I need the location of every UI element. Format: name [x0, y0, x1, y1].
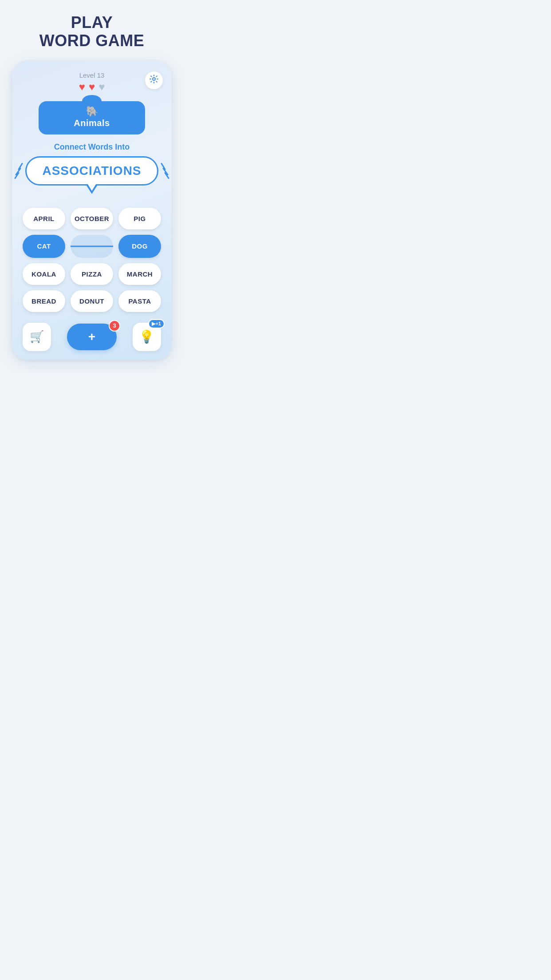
word-grid: APRIL OCTOBER PIG CAT DOG KOALA PIZZA MA…: [21, 208, 163, 312]
hint-icon: 💡: [139, 329, 154, 344]
heart-3: ♥: [98, 81, 105, 93]
hint-button-wrap: 💡 ▶+1: [133, 323, 161, 351]
word-march[interactable]: MARCH: [118, 263, 161, 285]
elephant-icon: 🐘: [86, 106, 98, 117]
word-dog[interactable]: DOG: [118, 235, 161, 258]
phone-frame: Level 13 ♥ ♥ ♥ 🐘 Animals Connect Words I…: [12, 61, 172, 360]
settings-button[interactable]: [145, 71, 163, 89]
add-icon: +: [88, 330, 95, 344]
add-button-wrap: + 3: [67, 324, 117, 350]
level-text: Level 13: [79, 71, 105, 79]
settings-icon: [149, 74, 159, 86]
heart-2: ♥: [89, 81, 95, 93]
bottom-bar: 🛒 + 3 💡 ▶+1: [21, 323, 163, 351]
word-cat[interactable]: CAT: [23, 235, 65, 258]
spark-right-icon: [160, 161, 169, 180]
shop-button[interactable]: 🛒: [23, 323, 51, 351]
category-banner: 🐘 Animals: [39, 101, 145, 134]
page-title: PLAY WORD GAME: [39, 0, 144, 61]
connection-middle: [71, 235, 113, 258]
category-label: Animals: [74, 118, 110, 128]
word-bread[interactable]: BREAD: [23, 290, 65, 312]
add-badge: 3: [109, 320, 120, 332]
word-october[interactable]: OCTOBER: [71, 208, 113, 229]
top-row: Level 13 ♥ ♥ ♥: [21, 71, 163, 93]
bubble-text: ASSOCIATIONS: [42, 164, 141, 178]
hint-badge: ▶+1: [148, 319, 165, 328]
spark-left-icon: [14, 161, 24, 180]
associations-bubble: ASSOCIATIONS: [25, 156, 158, 186]
level-block: Level 13 ♥ ♥ ♥: [79, 71, 105, 93]
word-pizza[interactable]: PIZZA: [71, 263, 113, 285]
heart-1: ♥: [79, 81, 85, 93]
shop-icon: 🛒: [30, 330, 44, 344]
connect-words-text: Connect Words Into: [21, 142, 163, 152]
word-donut[interactable]: DONUT: [71, 290, 113, 312]
word-april[interactable]: APRIL: [23, 208, 65, 229]
hearts-row: ♥ ♥ ♥: [79, 81, 105, 93]
word-koala[interactable]: KOALA: [23, 263, 65, 285]
svg-point-0: [153, 78, 155, 80]
word-pig[interactable]: PIG: [118, 208, 161, 229]
word-pasta[interactable]: PASTA: [118, 290, 161, 312]
